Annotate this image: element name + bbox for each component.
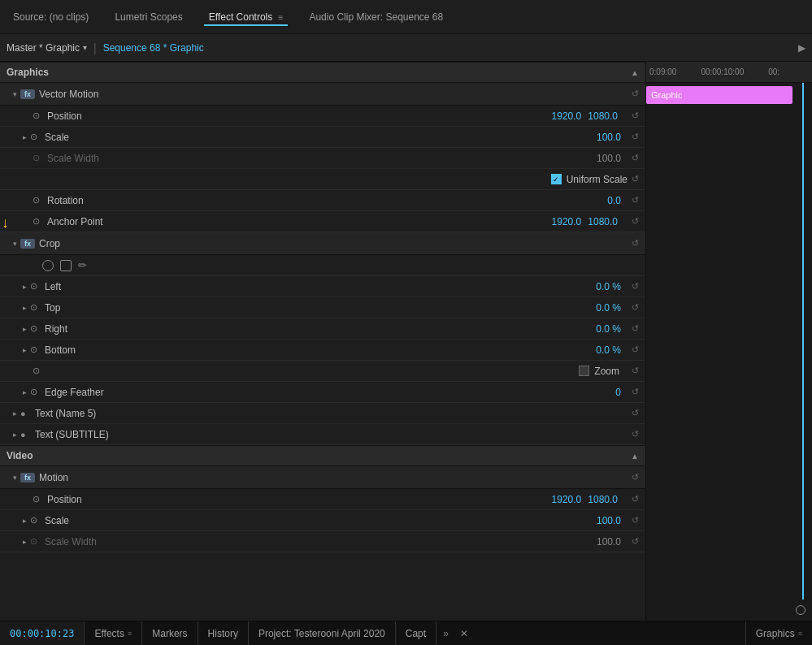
text-subtitle-reset[interactable]: ↺ [627,429,642,439]
tab-effects[interactable]: Effects ≡ [85,621,142,645]
crop-header: ▾ fx Crop ↺ [0,232,645,255]
motion-scale-width-toggle[interactable]: ▸ [3,538,27,546]
position-label: Position [47,110,552,122]
crop-bottom-row: ▸ ⊙ Bottom 0.0 % ↺ [0,340,645,361]
motion-position-x[interactable]: 1920.0 [552,494,582,505]
crop-top-reset[interactable]: ↺ [627,302,642,313]
edge-feather-toggle[interactable]: ▸ [3,388,27,396]
crop-left-label: Left [45,281,596,292]
rotation-stopwatch-icon[interactable]: ⊙ [33,195,44,206]
rotation-value[interactable]: 0.0 [607,195,621,206]
graphics-section-header: Graphics ▲ [0,62,645,83]
crop-top-stopwatch-icon[interactable]: ⊙ [30,302,41,313]
motion-scale-toggle[interactable]: ▸ [3,517,27,525]
crop-reset[interactable]: ↺ [627,238,642,249]
scale-value[interactable]: 100.0 [597,132,621,143]
position-stopwatch-icon[interactable]: ⊙ [33,110,44,121]
motion-scale-reset[interactable]: ↺ [627,515,642,526]
motion-reset[interactable]: ↺ [627,472,642,483]
crop-right-stopwatch-icon[interactable]: ⊙ [30,323,41,334]
text-subtitle-visibility-icon[interactable]: ● [20,430,32,439]
crop-toggle[interactable]: ▾ [3,240,17,248]
text-name5-reset[interactable]: ↺ [627,408,642,418]
motion-position-stopwatch-icon[interactable]: ⊙ [33,494,44,504]
graphics-menu-icon[interactable]: ≡ [798,630,802,638]
zoom-reset[interactable]: ↺ [627,366,642,376]
close-panel-icon[interactable]: ✕ [455,628,473,639]
crop-pen-icon[interactable]: ✏ [78,259,91,272]
crop-label: Crop [39,238,627,249]
video-collapse-icon[interactable]: ▲ [631,452,639,461]
crop-bottom-stopwatch-icon[interactable]: ⊙ [30,344,41,355]
vector-motion-toggle[interactable]: ▾ [3,90,17,98]
crop-left-value[interactable]: 0.0 % [596,281,621,292]
crop-zoom-stopwatch-icon[interactable]: ⊙ [33,366,44,376]
position-y-value[interactable]: 1080.0 [588,110,618,122]
master-chevron-icon[interactable]: ▾ [83,43,87,52]
crop-rect-icon[interactable] [60,260,72,271]
edge-feather-stopwatch-icon[interactable]: ⊙ [30,387,41,397]
motion-scale-value[interactable]: 100.0 [597,515,621,526]
effects-menu-icon[interactable]: ≡ [128,630,132,638]
tab-history[interactable]: History [198,621,249,645]
crop-right-toggle[interactable]: ▸ [3,325,27,333]
tab-source[interactable]: Source: (no clips) [8,8,93,26]
master-graphic-selector[interactable]: Master * Graphic ▾ [7,42,87,54]
uniform-scale-reset[interactable]: ↺ [627,174,642,184]
tab-graphics[interactable]: Graphics ≡ [745,621,812,645]
motion-scale-stopwatch-icon[interactable]: ⊙ [30,515,41,526]
tab-project[interactable]: Project: Testerooni April 2020 [249,621,396,645]
scale-reset[interactable]: ↺ [627,132,642,142]
motion-scale-width-reset[interactable]: ↺ [627,536,642,547]
text-name5-visibility-icon[interactable]: ● [20,409,32,418]
edge-feather-reset[interactable]: ↺ [627,387,642,397]
crop-left-toggle[interactable]: ▸ [3,283,27,291]
crop-right-value[interactable]: 0.0 % [596,323,621,335]
effect-controls-menu-icon[interactable]: ≡ [279,13,284,22]
position-reset[interactable]: ↺ [627,110,642,121]
crop-bottom-value[interactable]: 0.0 % [596,344,621,356]
text-subtitle-toggle[interactable]: ▸ [3,431,17,439]
timeline-panel: 0:09:00 00:00:10:00 00: Graphic [646,62,812,621]
motion-position-y[interactable]: 1080.0 [588,494,618,505]
tab-lumetri[interactable]: Lumetri Scopes [110,8,187,26]
zoom-checkbox[interactable] [579,366,589,376]
scale-width-stopwatch-icon: ⊙ [33,153,44,163]
tab-audio-clip-mixer[interactable]: Audio Clip Mixer: Sequence 68 [304,8,448,26]
playhead [802,83,804,600]
crop-right-reset[interactable]: ↺ [627,323,642,334]
tab-effect-controls[interactable]: Effect Controls ≡ [204,8,289,26]
scale-stopwatch-icon[interactable]: ⊙ [30,132,41,142]
timecode: 00:00:10:23 [10,628,74,639]
crop-left-stopwatch-icon[interactable]: ⊙ [30,281,41,292]
vector-motion-reset[interactable]: ↺ [627,89,642,99]
motion-scale-label: Scale [45,515,597,526]
anchor-point-stopwatch-icon[interactable]: ⊙ [33,216,44,227]
graphics-collapse-icon[interactable]: ▲ [631,68,639,77]
position-x-value[interactable]: 1920.0 [552,110,582,122]
graphic-clip[interactable]: Graphic [646,86,792,104]
crop-bottom-reset[interactable]: ↺ [627,344,642,355]
rotation-reset[interactable]: ↺ [627,195,642,206]
anchor-point-x-value[interactable]: 1920.0 [552,216,582,227]
crop-top-toggle[interactable]: ▸ [3,304,27,312]
tab-markers[interactable]: Markers [142,621,198,645]
crop-bottom-toggle[interactable]: ▸ [3,346,27,354]
crop-left-reset[interactable]: ↺ [627,281,642,292]
more-panels-icon[interactable]: » [436,628,455,639]
edge-feather-value[interactable]: 0 [615,387,621,398]
crop-ellipse-icon[interactable] [42,260,54,271]
motion-position-reset[interactable]: ↺ [627,494,642,504]
tab-capt[interactable]: Capt [396,621,436,645]
anchor-point-reset[interactable]: ↺ [627,216,642,227]
text-name5-toggle[interactable]: ▸ [3,409,17,418]
uniform-scale-checkbox[interactable] [551,174,562,184]
crop-top-value[interactable]: 0.0 % [596,302,621,314]
scale-toggle[interactable]: ▸ [3,133,27,141]
scale-width-reset[interactable]: ↺ [627,153,642,163]
sequence-graphic-selector[interactable]: Sequence 68 * Graphic [103,42,204,54]
motion-toggle[interactable]: ▾ [3,474,17,482]
anchor-point-y-value[interactable]: 1080.0 [588,216,618,227]
motion-scale-width-value: 100.0 [597,536,621,548]
timeline-play-button[interactable]: ▶ [798,42,805,54]
